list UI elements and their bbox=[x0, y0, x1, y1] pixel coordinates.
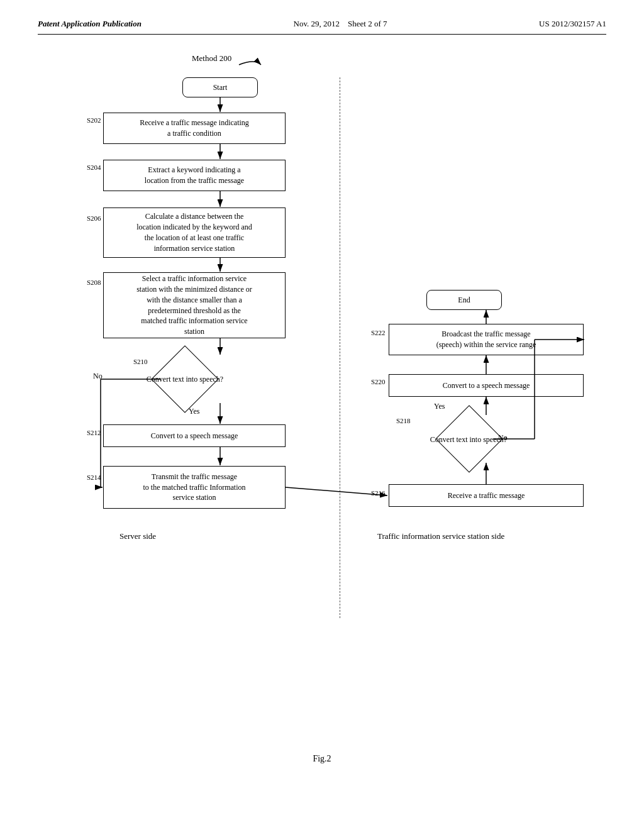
s214-label: S214 bbox=[87, 473, 101, 481]
divider-line bbox=[340, 77, 340, 618]
yes-label-s218: Yes bbox=[434, 402, 445, 411]
yes-label-s210: Yes bbox=[189, 407, 199, 416]
s220-label: S220 bbox=[371, 378, 386, 385]
header-center: Nov. 29, 2012 Sheet 2 of 7 bbox=[294, 19, 387, 29]
s206-box: Calculate a distance between the locatio… bbox=[103, 208, 286, 258]
s214-box: Transmit the traffic message to the matc… bbox=[103, 466, 286, 509]
s208-label: S208 bbox=[87, 279, 101, 286]
page: Patent Application Publication Nov. 29, … bbox=[0, 0, 644, 830]
s222-box: Broadcast the traffic message (speech) w… bbox=[389, 324, 584, 355]
server-side-label: Server side bbox=[119, 531, 156, 541]
start-box: Start bbox=[182, 77, 258, 97]
no-label-s210: No bbox=[93, 372, 103, 381]
method-label: Method 200 bbox=[192, 53, 231, 64]
s202-box: Receive a traffic message indicating a t… bbox=[103, 113, 286, 144]
s216-box: Receive a traffic message bbox=[389, 484, 584, 507]
s210-text: Convert text into speech? bbox=[123, 363, 247, 396]
s212-box: Convert to a speech message bbox=[103, 424, 286, 447]
station-side-label: Traffic information service station side bbox=[377, 531, 504, 541]
page-header: Patent Application Publication Nov. 29, … bbox=[38, 19, 606, 35]
fig-label: Fig.2 bbox=[313, 754, 331, 764]
no-label-s218: No bbox=[498, 433, 508, 443]
s206-label: S206 bbox=[87, 214, 101, 222]
s202-label: S202 bbox=[87, 116, 101, 124]
s222-label: S222 bbox=[371, 329, 386, 336]
s220-box: Convert to a speech message bbox=[389, 374, 584, 397]
diagram-area: Method 200 Start S202 Receive a traffic … bbox=[38, 47, 606, 777]
s204-label: S204 bbox=[87, 163, 101, 171]
arrows-svg bbox=[38, 47, 606, 777]
s218-text: Convert text into speech? bbox=[402, 423, 535, 456]
s216-label: S216 bbox=[371, 489, 386, 497]
end-box: End bbox=[426, 290, 502, 310]
s204-box: Extract a keyword indicating a location … bbox=[103, 160, 286, 191]
header-left: Patent Application Publication bbox=[38, 19, 142, 29]
s212-label: S212 bbox=[87, 429, 101, 436]
header-right: US 2012/302157 A1 bbox=[539, 19, 606, 29]
s208-box: Select a traffic information service sta… bbox=[103, 272, 286, 338]
